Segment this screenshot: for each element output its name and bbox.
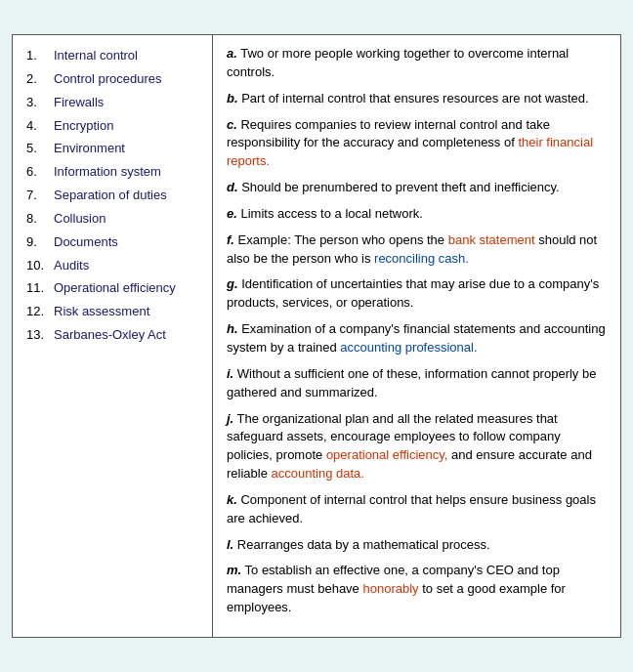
term-number: 4.	[26, 117, 54, 136]
term-label: Operational efficiency	[54, 279, 176, 298]
definition-item: m. To establish an effective one, a comp…	[227, 562, 607, 617]
definition-letter: k.	[227, 492, 237, 507]
definition-item: j. The organizational plan and all the r…	[227, 410, 607, 483]
definition-letter: i.	[227, 366, 233, 381]
term-label: Collusion	[54, 210, 106, 229]
term-number: 13.	[26, 326, 54, 345]
definition-letter: m.	[227, 563, 241, 577]
term-item: 8.Collusion	[26, 210, 202, 229]
term-number: 9.	[26, 233, 54, 252]
term-label: Sarbanes-Oxley Act	[54, 326, 166, 345]
definition-letter: e.	[227, 206, 237, 221]
term-item: 13.Sarbanes-Oxley Act	[26, 326, 202, 345]
definition-item: h. Examination of a company's financial …	[227, 320, 607, 357]
term-label: Audits	[54, 257, 89, 275]
term-label: Separation of duties	[54, 187, 167, 205]
term-number: 11.	[26, 279, 54, 298]
term-item: 1.Internal control	[26, 47, 202, 65]
term-label: Environment	[54, 140, 125, 158]
definition-item: i. Without a sufficient one of these, in…	[227, 365, 607, 402]
definition-item: d. Should be prenumbered to prevent thef…	[227, 179, 607, 197]
term-label: Encryption	[54, 117, 113, 136]
term-item: 3.Firewalls	[26, 94, 202, 112]
definition-item: k. Component of internal control that he…	[227, 491, 607, 528]
term-label: Risk assessment	[54, 303, 149, 321]
term-label: Documents	[54, 233, 118, 252]
term-item: 2.Control procedures	[26, 70, 202, 89]
term-number: 8.	[26, 210, 54, 229]
definition-item: a. Two or more people working together t…	[227, 45, 607, 82]
definition-letter: l.	[227, 537, 233, 552]
term-label: Information system	[54, 163, 161, 182]
definition-letter: g.	[227, 276, 238, 291]
definition-item: b. Part of internal control that ensures…	[227, 90, 607, 108]
term-item: 6.Information system	[26, 163, 202, 182]
term-item: 9.Documents	[26, 233, 202, 252]
term-number: 10.	[26, 257, 54, 275]
term-item: 12.Risk assessment	[26, 303, 202, 321]
term-number: 3.	[26, 94, 54, 112]
definition-letter: a.	[227, 46, 237, 61]
term-number: 1.	[26, 47, 54, 65]
definition-item: l. Rearranges data by a mathematical pro…	[227, 536, 607, 555]
definition-letter: h.	[227, 321, 238, 336]
term-number: 5.	[26, 140, 54, 158]
definition-item: f. Example: The person who opens the ban…	[227, 231, 607, 269]
term-label: Internal control	[54, 47, 138, 65]
definition-letter: c.	[227, 117, 237, 132]
term-item: 4.Encryption	[26, 117, 202, 136]
term-item: 5.Environment	[26, 140, 202, 158]
term-item: 10.Audits	[26, 257, 202, 275]
definitions-column: a. Two or more people working together t…	[213, 35, 620, 637]
definition-letter: f.	[227, 232, 234, 247]
terms-column: 1.Internal control2.Control procedures3.…	[13, 35, 213, 637]
definition-letter: d.	[227, 180, 238, 194]
definition-letter: j.	[227, 411, 233, 426]
term-label: Firewalls	[54, 94, 104, 112]
term-item: 11.Operational efficiency	[26, 279, 202, 298]
matching-table: 1.Internal control2.Control procedures3.…	[12, 34, 621, 638]
definition-item: c. Requires companies to review internal…	[227, 116, 607, 172]
term-label: Control procedures	[54, 70, 162, 89]
definition-item: g. Identification of uncertainties that …	[227, 275, 607, 313]
definition-item: e. Limits access to a local network.	[227, 205, 607, 224]
definition-letter: b.	[227, 91, 238, 105]
term-number: 7.	[26, 187, 54, 205]
term-number: 12.	[26, 303, 54, 321]
term-number: 6.	[26, 163, 54, 182]
term-item: 7.Separation of duties	[26, 187, 202, 205]
term-number: 2.	[26, 70, 54, 89]
